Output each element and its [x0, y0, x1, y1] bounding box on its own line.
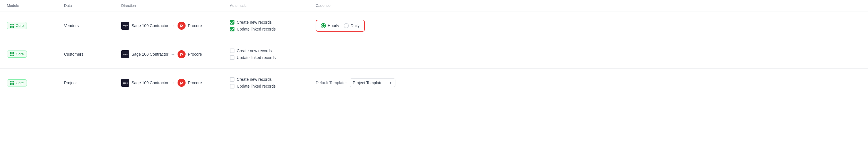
sage-logo: sage — [121, 79, 129, 87]
update-linked-row: Update linked records — [230, 27, 316, 31]
svg-rect-1 — [12, 24, 14, 26]
procore-logo — [178, 22, 186, 30]
svg-rect-13 — [12, 83, 14, 85]
header-module: Module — [7, 3, 64, 8]
update-linked-row: Update linked records — [230, 84, 316, 88]
procore-logo — [178, 79, 186, 87]
table-row: Core Customers sage Sage 100 Contractor … — [0, 40, 868, 69]
integration-table: Module Data Direction Automatic Cadence … — [0, 0, 868, 97]
data-cell: Customers — [64, 52, 121, 57]
update-linked-label: Update linked records — [237, 27, 276, 31]
svg-rect-7 — [10, 55, 12, 56]
create-new-checkbox[interactable] — [230, 20, 235, 25]
header-direction: Direction — [121, 3, 230, 8]
update-linked-checkbox[interactable] — [230, 84, 235, 88]
create-new-label: Create new records — [237, 77, 272, 82]
chevron-down-icon: ▼ — [389, 81, 392, 85]
create-new-checkbox[interactable] — [230, 77, 235, 82]
svg-rect-11 — [12, 81, 14, 82]
direction-from: Sage 100 Contractor — [131, 52, 168, 57]
cadence-cell: Hourly Daily — [316, 20, 861, 32]
cadence-box-highlighted: Hourly Daily — [316, 20, 365, 32]
module-badge: Core — [7, 50, 27, 58]
direction-cell: sage Sage 100 Contractor → Procore — [121, 79, 230, 87]
table-header: Module Data Direction Automatic Cadence — [0, 0, 868, 11]
header-data: Data — [64, 3, 121, 8]
create-new-row: Create new records — [230, 20, 316, 25]
hourly-radio[interactable] — [321, 23, 326, 28]
arrow-icon: → — [171, 23, 175, 28]
hourly-option[interactable]: Hourly — [321, 23, 339, 28]
table-row: Core Projects sage Sage 100 Contractor →… — [0, 69, 868, 97]
procore-logo — [178, 50, 186, 58]
svg-rect-0 — [10, 24, 12, 26]
svg-rect-10 — [10, 81, 12, 82]
update-linked-label: Update linked records — [237, 56, 276, 60]
module-badge: Core — [7, 22, 27, 29]
daily-label: Daily — [350, 24, 360, 28]
sage-logo: sage — [121, 50, 129, 58]
svg-rect-6 — [12, 52, 14, 54]
template-label: Default Template: — [316, 80, 347, 85]
module-label: Core — [16, 81, 24, 85]
svg-point-4 — [179, 23, 184, 28]
svg-rect-3 — [12, 26, 14, 28]
svg-rect-5 — [10, 52, 12, 54]
create-new-row: Create new records — [230, 48, 316, 53]
svg-rect-2 — [10, 26, 12, 28]
update-linked-checkbox[interactable] — [230, 56, 235, 60]
daily-option[interactable]: Daily — [344, 23, 360, 28]
create-new-label: Create new records — [237, 20, 272, 25]
automatic-cell: Create new records Update linked records — [230, 77, 316, 88]
arrow-icon: → — [171, 80, 175, 85]
header-cadence: Cadence — [316, 3, 861, 8]
create-new-label: Create new records — [237, 48, 272, 53]
grid-icon — [10, 81, 14, 85]
grid-icon — [10, 52, 14, 56]
automatic-cell: Create new records Update linked records — [230, 48, 316, 60]
direction-from: Sage 100 Contractor — [131, 24, 168, 28]
direction-cell: sage Sage 100 Contractor → Procore — [121, 50, 230, 58]
data-cell: Vendors — [64, 24, 121, 28]
module-cell: Core — [7, 22, 64, 29]
update-linked-row: Update linked records — [230, 56, 316, 60]
svg-point-14 — [179, 80, 184, 85]
module-label: Core — [16, 24, 24, 28]
automatic-cell: Create new records Update linked records — [230, 20, 316, 31]
direction-to: Procore — [188, 24, 202, 28]
module-cell: Core — [7, 50, 64, 58]
header-automatic: Automatic — [230, 3, 316, 8]
direction-to: Procore — [188, 80, 202, 85]
create-new-checkbox[interactable] — [230, 48, 235, 53]
data-cell: Projects — [64, 80, 121, 85]
default-template-cell: Default Template: Project Template ▼ — [316, 78, 395, 87]
sage-logo: sage — [121, 22, 129, 30]
direction-from: Sage 100 Contractor — [131, 80, 168, 85]
svg-rect-12 — [10, 83, 12, 85]
cadence-cell: Default Template: Project Template ▼ — [316, 78, 861, 87]
template-value: Project Template — [353, 80, 382, 85]
direction-to: Procore — [188, 52, 202, 57]
update-linked-checkbox[interactable] — [230, 27, 235, 31]
direction-cell: sage Sage 100 Contractor → Procore — [121, 22, 230, 30]
hourly-label: Hourly — [328, 24, 339, 28]
grid-icon — [10, 24, 14, 28]
daily-radio[interactable] — [344, 23, 349, 28]
arrow-icon: → — [171, 52, 175, 57]
module-label: Core — [16, 52, 24, 56]
svg-rect-8 — [12, 55, 14, 56]
create-new-row: Create new records — [230, 77, 316, 82]
update-linked-label: Update linked records — [237, 84, 276, 88]
module-cell: Core — [7, 79, 64, 86]
module-badge: Core — [7, 79, 27, 86]
svg-point-9 — [179, 52, 184, 57]
table-row: Core Vendors sage Sage 100 Contractor → … — [0, 11, 868, 40]
template-select[interactable]: Project Template ▼ — [350, 78, 395, 87]
